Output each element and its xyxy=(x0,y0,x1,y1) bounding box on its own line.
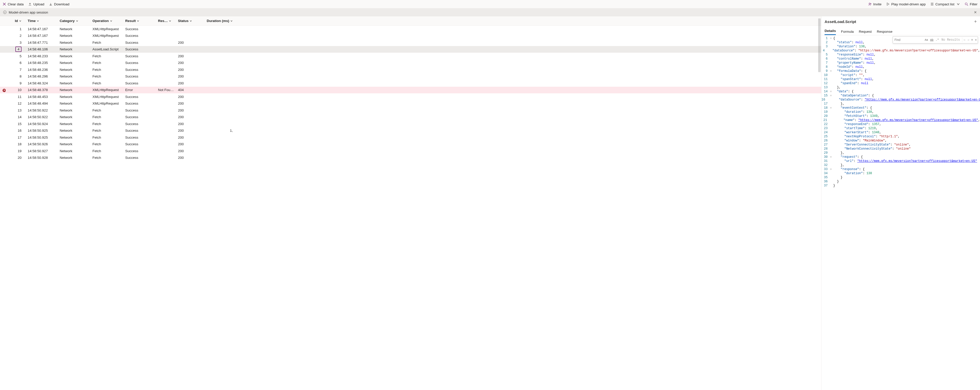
upload-label: Upload xyxy=(33,2,44,6)
table-row[interactable]: 1814:58:50.926NetworkFetchSuccess200 xyxy=(0,141,821,148)
clear-data-button[interactable]: Clear data xyxy=(3,2,24,6)
tab-formula[interactable]: Formula xyxy=(841,30,854,35)
find-prev-icon[interactable]: ← xyxy=(963,38,967,42)
column-header-id[interactable]: Id xyxy=(8,19,22,23)
code-line: 17 }, xyxy=(821,102,980,106)
regex-icon[interactable]: .* xyxy=(934,38,940,42)
code-line: 14⊟ "data": { xyxy=(821,89,980,94)
table-row[interactable]: 414:58:48.106NetworkAssetLoad.ScriptSucc… xyxy=(0,46,821,53)
cell-id: 10 xyxy=(6,88,25,92)
expand-icon[interactable] xyxy=(973,20,977,23)
cell-id: 3 xyxy=(6,41,25,44)
find-selection-icon[interactable]: ≡ xyxy=(970,38,974,42)
cell-category: Network xyxy=(57,156,91,160)
cell-category: Network xyxy=(57,47,91,51)
cell-operation: XMLHttpRequest xyxy=(91,95,123,99)
column-header-status[interactable]: Status xyxy=(178,19,202,23)
code-line: 33⊟ "response": { xyxy=(821,167,980,171)
cell-id: 11 xyxy=(6,95,25,99)
find-close-icon[interactable]: ✕ xyxy=(974,38,978,42)
code-viewer[interactable]: Aa Ab .* No Results ← → ≡ ✕ 1⊟{2 "status… xyxy=(821,35,980,390)
code-line: 27 "ServerConnectivityState": "online", xyxy=(821,143,980,147)
code-line: 26 "window": "MainWindow", xyxy=(821,139,980,143)
table-row[interactable]: 1314:58:50.922NetworkFetchSuccess200 xyxy=(0,107,821,114)
clear-data-label: Clear data xyxy=(8,2,24,6)
code-line: 11 "spanStart": null, xyxy=(821,77,980,81)
command-bar-right: Invite Play model-driven app Compact lis… xyxy=(868,2,977,6)
cell-time: 14:58:50.924 xyxy=(25,122,57,126)
cell-id: 20 xyxy=(6,156,25,160)
tab-response[interactable]: Response xyxy=(877,30,892,35)
table-row[interactable]: ✕1014:58:48.378NetworkXMLHttpRequestErro… xyxy=(0,87,821,94)
cell-time: 14:58:48.453 xyxy=(25,95,57,99)
column-header-res2[interactable]: Res… xyxy=(158,19,174,23)
table-row[interactable]: 1414:58:50.922NetworkFetchSuccess200 xyxy=(0,114,821,121)
column-header-category[interactable]: Category xyxy=(60,19,88,23)
list-icon xyxy=(930,2,934,6)
chevron-down-icon xyxy=(956,2,960,6)
grid-body[interactable]: 114:58:47.167NetworkXMLHttpRequestSucces… xyxy=(0,25,821,390)
table-row[interactable]: 1514:58:50.924NetworkFetchSuccess200 xyxy=(0,120,821,127)
find-input[interactable] xyxy=(893,38,924,42)
cell-category: Network xyxy=(57,95,91,99)
match-case-icon[interactable]: Aa xyxy=(924,38,929,42)
upload-button[interactable]: Upload xyxy=(28,2,44,6)
cell-operation: Fetch xyxy=(91,136,123,140)
cell-category: Network xyxy=(57,68,91,71)
play-app-button[interactable]: Play model-driven app xyxy=(886,2,926,6)
cell-id: 14 xyxy=(6,115,25,119)
table-row[interactable]: 1114:58:48.453NetworkXMLHttpRequestSucce… xyxy=(0,94,821,100)
code-line: 19 "duration": 138, xyxy=(821,110,980,114)
code-line: 24 "workerStart": 1348, xyxy=(821,130,980,135)
column-header-duration[interactable]: Duration (ms) xyxy=(206,19,233,23)
tab-request[interactable]: Request xyxy=(859,30,872,35)
tab-details[interactable]: Details xyxy=(824,29,836,35)
cell-category: Network xyxy=(57,81,91,85)
cell-operation: XMLHttpRequest xyxy=(91,101,123,105)
table-row[interactable]: 114:58:47.167NetworkXMLHttpRequestSucces… xyxy=(0,25,821,32)
details-title: AssetLoad.Script xyxy=(824,19,856,24)
table-row[interactable]: 514:58:48.233NetworkFetchSuccess200 xyxy=(0,53,821,60)
command-bar: Clear data Upload Download Invite Play m… xyxy=(0,0,980,8)
cell-time: 14:58:48.494 xyxy=(25,101,57,105)
cell-operation: Fetch xyxy=(91,68,123,71)
table-row[interactable]: 814:58:48.296NetworkFetchSuccess200 xyxy=(0,73,821,80)
column-header-operation[interactable]: Operation xyxy=(92,19,121,23)
close-session-button[interactable]: ✕ xyxy=(974,10,977,14)
table-row[interactable]: 614:58:48.235NetworkFetchSuccess200 xyxy=(0,60,821,67)
info-icon xyxy=(3,11,7,14)
cell-result: Success xyxy=(123,27,156,31)
scrollbar-thumb[interactable] xyxy=(818,18,821,72)
table-row[interactable]: 914:58:48.324NetworkFetchSuccess200 xyxy=(0,80,821,87)
column-header-time[interactable]: Time xyxy=(28,19,56,23)
table-row[interactable]: 214:58:47.167NetworkXMLHttpRequestSucces… xyxy=(0,32,821,40)
cell-result: Success xyxy=(123,34,156,38)
find-next-icon[interactable]: → xyxy=(966,38,970,42)
svg-point-0 xyxy=(869,3,870,4)
cell-id: 17 xyxy=(6,136,25,140)
column-header-result[interactable]: Result xyxy=(125,19,154,23)
table-row[interactable]: 714:58:48.236NetworkFetchSuccess200 xyxy=(0,66,821,73)
download-button[interactable]: Download xyxy=(49,2,69,6)
cell-time: 14:58:48.233 xyxy=(25,54,57,58)
cell-operation: Fetch xyxy=(91,61,123,65)
code-line: 31 "url": "https://mem.gfx.ms/meversion?… xyxy=(821,159,980,163)
table-row[interactable]: 2014:58:50.928NetworkFetchSuccess200 xyxy=(0,154,821,162)
filter-button[interactable]: Filter xyxy=(965,2,977,6)
cell-id: 4 xyxy=(6,46,25,52)
match-word-icon[interactable]: Ab xyxy=(929,38,934,42)
cell-status: 200 xyxy=(176,54,204,58)
find-noresults: No Results xyxy=(940,38,962,42)
cell-result: Success xyxy=(123,101,156,105)
table-row[interactable]: 1214:58:48.494NetworkXMLHttpRequestSucce… xyxy=(0,100,821,107)
table-row[interactable]: 1614:58:50.925NetworkFetchSuccess2001, xyxy=(0,127,821,134)
table-row[interactable]: 1914:58:50.927NetworkFetchSuccess200 xyxy=(0,147,821,154)
cell-operation: Fetch xyxy=(91,108,123,112)
compact-list-button[interactable]: Compact list xyxy=(930,2,960,6)
cell-status: 200 xyxy=(176,142,204,146)
table-row[interactable]: 1714:58:50.925NetworkFetchSuccess200 xyxy=(0,134,821,141)
play-app-label: Play model-driven app xyxy=(891,2,926,6)
table-row[interactable]: 314:58:47.771NetworkFetchSuccess200 xyxy=(0,39,821,46)
cell-category: Network xyxy=(57,41,91,44)
invite-button[interactable]: Invite xyxy=(868,2,881,6)
